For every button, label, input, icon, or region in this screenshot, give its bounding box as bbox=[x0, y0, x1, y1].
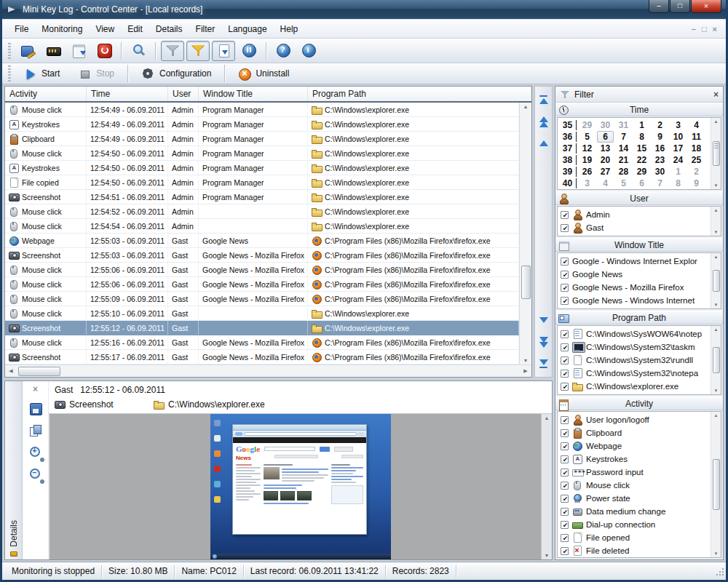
menu-help[interactable]: Help bbox=[274, 20, 305, 38]
scroll-down-icon[interactable]: ▼ bbox=[714, 230, 719, 234]
scroll-up-icon[interactable]: ▲ bbox=[714, 327, 719, 332]
start-button[interactable]: Start bbox=[15, 64, 68, 83]
table-row[interactable]: File copied12:54:50 - 06.09.2011AdminPro… bbox=[5, 175, 519, 190]
scroll-thumb[interactable] bbox=[713, 347, 720, 373]
filter-list-item[interactable]: Gast bbox=[559, 221, 709, 234]
calendar-day[interactable]: 19 bbox=[578, 155, 596, 165]
table-row[interactable]: Webpage12:55:03 - 06.09.2011GastGoogle N… bbox=[5, 234, 519, 248]
last-record-button[interactable] bbox=[537, 356, 551, 371]
records-button[interactable] bbox=[16, 41, 39, 61]
scroll-down-icon[interactable]: ▼ bbox=[714, 388, 719, 393]
keyboard-button[interactable] bbox=[41, 41, 65, 61]
filter-list-item[interactable]: Password input bbox=[559, 466, 709, 479]
stop-button[interactable]: Stop bbox=[70, 64, 123, 83]
filter-list-item[interactable]: Dial-up connection bbox=[559, 518, 709, 531]
details-close-icon[interactable]: × bbox=[33, 385, 38, 394]
calendar-day[interactable]: 8 bbox=[669, 178, 687, 188]
filter-list-item[interactable]: Google News - Windows Internet bbox=[559, 294, 709, 307]
filter-list-item[interactable]: Admin bbox=[559, 208, 709, 221]
table-row[interactable]: Screenshot12:55:03 - 06.09.2011GastGoogl… bbox=[5, 248, 519, 263]
calendar-day[interactable]: 30 bbox=[651, 167, 669, 177]
vertical-scrollbar[interactable]: ▲ ▼ bbox=[519, 103, 531, 364]
filter-list-item[interactable]: C:\Windows\System32\taskm bbox=[559, 340, 709, 354]
calendar-day[interactable]: 3 bbox=[578, 178, 596, 188]
table-row[interactable]: Keystrokes12:54:49 - 06.09.2011AdminProg… bbox=[5, 117, 519, 132]
column-header-program-path[interactable]: Program Path bbox=[308, 87, 531, 101]
calendar-day[interactable]: 18 bbox=[687, 143, 705, 154]
filter-close-icon[interactable]: × bbox=[713, 90, 719, 99]
zoom-out-icon[interactable] bbox=[29, 468, 42, 481]
table-row[interactable]: Mouse click12:55:16 - 06.09.2011GastGoog… bbox=[5, 335, 519, 350]
filter-list-item[interactable]: Keystrokes bbox=[559, 453, 709, 466]
filter-list-item[interactable]: C:\Windows\System32\notepa bbox=[559, 367, 709, 380]
mdi-restore-icon[interactable]: □ bbox=[702, 25, 707, 33]
calendar-day[interactable]: 2 bbox=[687, 167, 705, 177]
table-row[interactable]: Screenshot12:55:17 - 06.09.2011GastGoogl… bbox=[5, 350, 519, 364]
table-row[interactable]: Mouse click12:55:10 - 06.09.2011GastC:\W… bbox=[5, 306, 519, 321]
configuration-button[interactable]: Configuration bbox=[132, 64, 220, 83]
menu-monitoring[interactable]: Monitoring bbox=[35, 20, 89, 38]
scroll-up-icon[interactable]: ▲ bbox=[714, 255, 719, 259]
calendar-day[interactable]: 23 bbox=[651, 155, 669, 165]
column-header-user[interactable]: User bbox=[168, 87, 199, 101]
calendar-day[interactable]: 3 bbox=[669, 120, 687, 130]
details-tab[interactable]: Details bbox=[5, 381, 23, 559]
menu-view[interactable]: View bbox=[89, 20, 121, 38]
scroll-left-icon[interactable]: ◀ bbox=[5, 368, 17, 374]
filter-highlight-button[interactable] bbox=[186, 41, 210, 61]
calendar-day[interactable]: 17 bbox=[669, 143, 687, 154]
calendar-day[interactable]: 2 bbox=[651, 120, 669, 130]
column-header-activity[interactable]: Activity bbox=[5, 87, 87, 101]
calendar-day[interactable]: 9 bbox=[687, 178, 705, 188]
uninstall-button[interactable]: Uninstall bbox=[229, 64, 298, 83]
menu-edit[interactable]: Edit bbox=[121, 20, 149, 38]
list-scrollbar[interactable]: ▲▼ bbox=[711, 253, 721, 308]
checkbox-checked[interactable] bbox=[561, 455, 569, 463]
checkbox-checked[interactable] bbox=[561, 224, 569, 232]
zoom-in-icon[interactable] bbox=[29, 446, 42, 459]
menu-file[interactable]: File bbox=[8, 20, 35, 38]
checkbox-checked[interactable] bbox=[561, 442, 569, 450]
calendar-day[interactable]: 14 bbox=[614, 143, 633, 154]
checkbox-checked[interactable] bbox=[561, 495, 569, 503]
previous-record-button[interactable] bbox=[537, 136, 551, 151]
table-row[interactable]: Mouse click12:54:50 - 06.09.2011AdminPro… bbox=[5, 146, 519, 161]
search-button[interactable] bbox=[127, 41, 150, 61]
maximize-button[interactable]: □ bbox=[670, 0, 690, 13]
list-scrollbar[interactable]: ▲▼ bbox=[711, 412, 721, 557]
checkbox-checked[interactable] bbox=[561, 271, 569, 279]
calendar-day[interactable]: 29 bbox=[578, 120, 596, 130]
checkbox-checked[interactable] bbox=[561, 547, 569, 555]
page-down-button[interactable] bbox=[537, 335, 551, 349]
filter-list-item[interactable]: Clipboard bbox=[559, 426, 709, 439]
copy-icon[interactable] bbox=[29, 424, 42, 437]
calendar-day[interactable]: 24 bbox=[669, 155, 687, 165]
minimize-button[interactable]: – bbox=[649, 0, 669, 13]
scroll-down-icon[interactable]: ▼ bbox=[714, 303, 719, 307]
calendar-day[interactable]: 31 bbox=[614, 120, 633, 130]
filter-list-item[interactable]: C:\Windows\SysWOW64\notep bbox=[559, 327, 709, 340]
scroll-up-icon[interactable]: ▲ bbox=[545, 415, 550, 420]
table-row[interactable]: Screenshot12:55:12 - 06.09.2011GastC:\Wi… bbox=[5, 321, 519, 335]
calendar-day[interactable]: 16 bbox=[651, 143, 669, 154]
first-record-button[interactable] bbox=[537, 92, 551, 107]
table-row[interactable]: Clipboard12:54:49 - 06.09.2011AdminProgr… bbox=[5, 132, 519, 146]
checkbox-checked[interactable] bbox=[561, 258, 569, 266]
calendar-day[interactable]: 22 bbox=[633, 155, 651, 165]
table-row[interactable]: Screenshot12:54:51 - 06.09.2011AdminProg… bbox=[5, 190, 519, 204]
filter-list-item[interactable]: File renamed bbox=[559, 557, 709, 558]
calendar-day[interactable]: 12 bbox=[578, 143, 596, 154]
filter-list-item[interactable]: File deleted bbox=[559, 544, 709, 557]
checkbox-checked[interactable] bbox=[561, 534, 569, 542]
info-button[interactable] bbox=[297, 41, 320, 61]
scroll-thumb[interactable] bbox=[713, 459, 720, 510]
pause-button[interactable] bbox=[237, 41, 261, 61]
checkbox-checked[interactable] bbox=[561, 383, 569, 391]
scroll-down-icon[interactable]: ▼ bbox=[545, 553, 550, 558]
calendar-day[interactable]: 1 bbox=[633, 120, 651, 130]
mdi-minimize-icon[interactable]: – bbox=[692, 25, 696, 33]
menu-details[interactable]: Details bbox=[149, 20, 189, 38]
checkbox-checked[interactable] bbox=[561, 211, 569, 219]
calendar-day[interactable]: 7 bbox=[614, 132, 633, 142]
scroll-down-icon[interactable]: ▼ bbox=[714, 551, 719, 556]
